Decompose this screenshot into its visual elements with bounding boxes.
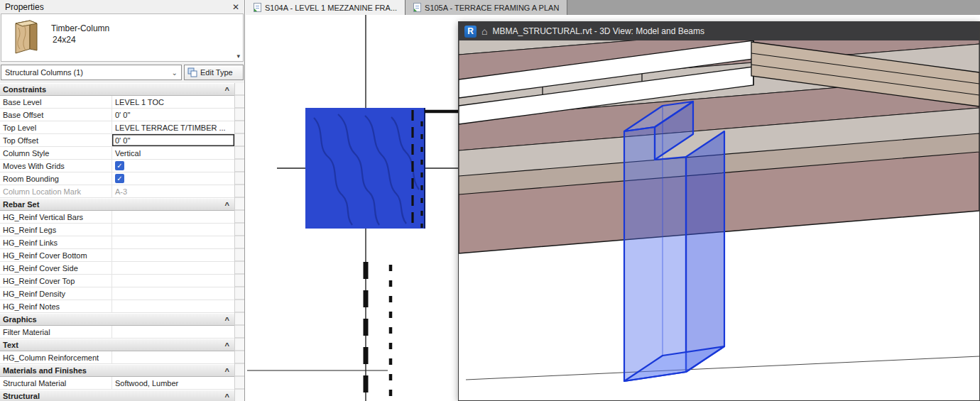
collapse-chevron-icon[interactable]: ^ bbox=[225, 367, 229, 375]
property-value[interactable]: ✓ bbox=[112, 160, 234, 172]
section-title: Graphics bbox=[3, 315, 37, 324]
property-row: Base LevelLEVEL 1 TOC bbox=[0, 96, 234, 109]
revit-icon: R bbox=[464, 26, 477, 38]
property-label: Base Level bbox=[0, 96, 112, 108]
property-value[interactable] bbox=[112, 236, 234, 248]
view-tab-label: S105A - TERRACE FRAMING A PLAN bbox=[425, 4, 559, 12]
properties-scrollbar[interactable] bbox=[234, 83, 244, 401]
property-value[interactable]: 0' 0" bbox=[112, 134, 234, 146]
chevron-down-icon: ⌄ bbox=[172, 69, 178, 77]
section-title: Structural bbox=[3, 392, 40, 400]
edit-type-button[interactable]: Edit Type bbox=[184, 65, 244, 80]
property-row: HG_Reinf Notes bbox=[0, 300, 234, 313]
property-label: Top Offset bbox=[0, 134, 112, 146]
property-row: HG_Reinf Cover Bottom bbox=[0, 249, 234, 262]
property-value[interactable] bbox=[112, 326, 234, 338]
type-selector[interactable]: Timber-Column 24x24 ▾ bbox=[1, 13, 244, 62]
property-label: Structural Material bbox=[0, 377, 112, 389]
property-row: HG_Column Reinforcement bbox=[0, 351, 234, 364]
edit-type-label: Edit Type bbox=[200, 68, 233, 77]
selection-filter-combo[interactable]: Structural Columns (1) ⌄ bbox=[1, 65, 182, 80]
3d-view-canvas[interactable] bbox=[459, 40, 979, 400]
collapse-chevron-icon[interactable]: ^ bbox=[225, 341, 229, 350]
property-value[interactable] bbox=[112, 262, 234, 274]
property-value[interactable] bbox=[112, 224, 234, 236]
section-title: Materials and Finishes bbox=[3, 366, 87, 375]
close-icon[interactable]: ✕ bbox=[232, 2, 239, 12]
property-row: HG_Reinf Density bbox=[0, 287, 234, 300]
property-row: HG_Reinf Cover Top bbox=[0, 275, 234, 287]
property-value[interactable]: A-3 bbox=[112, 185, 234, 197]
property-label: HG_Reinf Vertical Bars bbox=[0, 211, 112, 223]
property-row: HG_Reinf Links bbox=[0, 236, 234, 249]
property-row: HG_Reinf Vertical Bars bbox=[0, 211, 234, 224]
property-value[interactable] bbox=[112, 211, 234, 223]
collapse-chevron-icon[interactable]: ^ bbox=[225, 316, 229, 324]
section-header-materials-and-finishes[interactable]: Materials and Finishes^ bbox=[0, 364, 234, 377]
type-family-name: Timber-Column bbox=[51, 23, 109, 34]
section-title: Constraints bbox=[3, 85, 46, 94]
floating-window-title: MBMA_STRUCTURAL.rvt - 3D View: Model and… bbox=[492, 26, 704, 36]
home-view-icon: ⌂ bbox=[481, 26, 487, 37]
property-value[interactable]: Softwood, Lumber bbox=[112, 377, 234, 389]
section-title: Text bbox=[3, 341, 18, 349]
timber-column-plan[interactable] bbox=[305, 108, 425, 229]
property-label: HG_Reinf Cover Bottom bbox=[0, 249, 112, 261]
property-value[interactable] bbox=[112, 351, 234, 363]
property-value[interactable] bbox=[112, 249, 234, 261]
view-tab-bar: S104A - LEVEL 1 MEZZANINE FRA...S105A - … bbox=[246, 0, 980, 15]
property-row: Base Offset0' 0" bbox=[0, 109, 234, 121]
property-label: Room Bounding bbox=[0, 172, 112, 185]
floating-3d-window: R ⌂ MBMA_STRUCTURAL.rvt - 3D View: Model… bbox=[458, 21, 980, 401]
property-label: Filter Material bbox=[0, 326, 112, 338]
property-row: Room Bounding✓ bbox=[0, 172, 234, 185]
property-value[interactable] bbox=[112, 300, 234, 312]
property-row: Filter Material bbox=[0, 326, 234, 339]
checkbox[interactable]: ✓ bbox=[115, 174, 124, 183]
property-value[interactable]: LEVEL 1 TOC bbox=[112, 96, 234, 108]
property-label: Column Style bbox=[0, 147, 112, 159]
section-title: Rebar Set bbox=[3, 200, 39, 209]
document-icon bbox=[254, 3, 261, 12]
type-selector-dropdown-icon[interactable]: ▾ bbox=[236, 53, 240, 60]
property-row: Structural MaterialSoftwood, Lumber bbox=[0, 377, 234, 390]
type-name: 24x24 bbox=[51, 34, 109, 45]
timber-column-3d[interactable] bbox=[624, 101, 724, 381]
checkbox[interactable]: ✓ bbox=[115, 161, 124, 170]
property-label: HG_Reinf Notes bbox=[0, 300, 112, 312]
property-row: Column StyleVertical bbox=[0, 147, 234, 160]
collapse-chevron-icon[interactable]: ^ bbox=[225, 201, 229, 209]
section-header-text[interactable]: Text^ bbox=[0, 339, 234, 351]
section-header-structural[interactable]: Structural^ bbox=[0, 390, 234, 401]
grid-line-3d[interactable] bbox=[466, 356, 979, 380]
property-label: HG_Reinf Cover Top bbox=[0, 275, 112, 287]
properties-palette: Properties ✕ Timber-Column 24x24 ▾ Struc… bbox=[0, 0, 245, 401]
view-tab[interactable]: S104A - LEVEL 1 MEZZANINE FRA... bbox=[246, 0, 405, 15]
section-header-constraints[interactable]: Constraints^ bbox=[0, 83, 234, 96]
property-value[interactable]: ✓ bbox=[112, 172, 234, 185]
property-row: HG_Reinf Cover Side bbox=[0, 262, 234, 275]
collapse-chevron-icon[interactable]: ^ bbox=[225, 392, 229, 401]
section-header-graphics[interactable]: Graphics^ bbox=[0, 313, 234, 326]
property-label: HG_Reinf Density bbox=[0, 287, 112, 300]
property-value[interactable]: 0' 0" bbox=[112, 109, 234, 121]
property-value[interactable]: Vertical bbox=[112, 147, 234, 159]
property-value[interactable]: LEVEL TERRACE T/TIMBER ... bbox=[112, 121, 234, 133]
property-grid: Constraints^Base LevelLEVEL 1 TOCBase Of… bbox=[0, 83, 234, 401]
properties-palette-header[interactable]: Properties ✕ bbox=[0, 0, 244, 13]
property-value[interactable] bbox=[112, 275, 234, 287]
collapse-chevron-icon[interactable]: ^ bbox=[225, 86, 229, 94]
property-row: HG_Reinf Legs bbox=[0, 224, 234, 236]
property-row: Top Offset0' 0" bbox=[0, 134, 234, 147]
property-label: Moves With Grids bbox=[0, 160, 112, 172]
view-tab[interactable]: S105A - TERRACE FRAMING A PLAN bbox=[405, 0, 567, 15]
selection-filter-label: Structural Columns (1) bbox=[5, 68, 83, 77]
floating-window-titlebar[interactable]: R ⌂ MBMA_STRUCTURAL.rvt - 3D View: Model… bbox=[459, 22, 979, 40]
property-row: Top LevelLEVEL TERRACE T/TIMBER ... bbox=[0, 121, 234, 134]
property-label: HG_Reinf Links bbox=[0, 236, 112, 248]
property-label: Top Level bbox=[0, 121, 112, 133]
property-label: Base Offset bbox=[0, 109, 112, 121]
property-value[interactable] bbox=[112, 287, 234, 300]
document-icon bbox=[413, 3, 421, 12]
section-header-rebar-set[interactable]: Rebar Set^ bbox=[0, 198, 234, 211]
